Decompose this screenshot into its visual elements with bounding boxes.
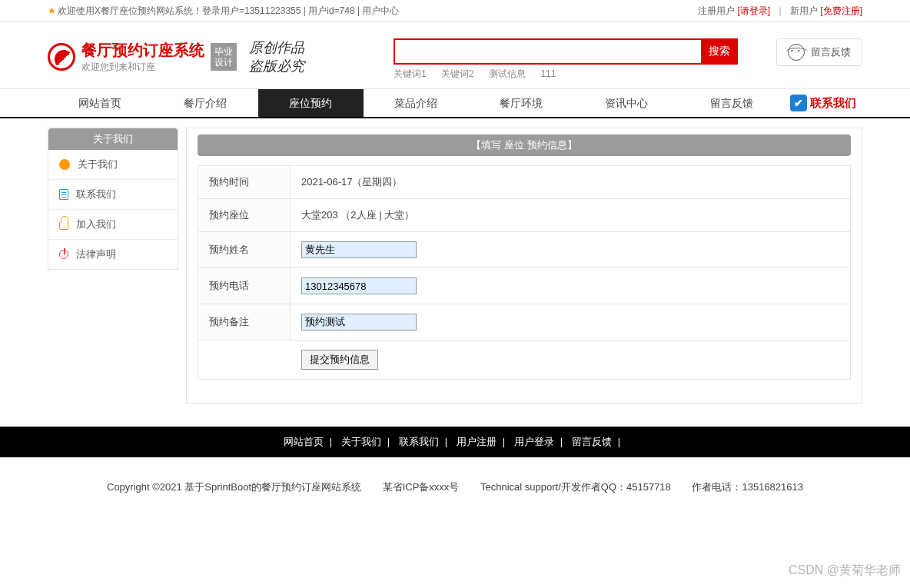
login-link[interactable]: [请登录]: [738, 5, 771, 16]
search-button[interactable]: 搜索: [701, 38, 738, 65]
topbar: ★欢迎使用X餐厅座位预约网站系统！登录用户=13511223355 | 用户id…: [0, 0, 910, 22]
power-icon: [59, 250, 68, 259]
nav-environment[interactable]: 餐厅环境: [468, 89, 573, 117]
submit-button[interactable]: 提交预约信息: [301, 350, 378, 370]
nav-about-restaurant[interactable]: 餐厅介绍: [153, 89, 258, 117]
face-icon: [788, 44, 805, 61]
sidebar-item-label: 法律声明: [76, 247, 116, 261]
topbar-right: 注册用户 [请登录] | 新用户 [免费注册]: [698, 0, 862, 22]
label-phone: 预约电话: [198, 268, 291, 304]
value-seat: 大堂203 （2人座 | 大堂）: [291, 199, 851, 232]
motto: 原创作品 盗版必究: [249, 38, 304, 75]
keyword-link[interactable]: 关键词1: [394, 68, 427, 79]
nav-seat-reservation[interactable]: 座位预约: [258, 89, 364, 117]
check-icon: ✔: [790, 95, 807, 111]
footer-link[interactable]: 关于我们: [341, 436, 381, 447]
nav-feedback[interactable]: 留言反馈: [679, 89, 784, 117]
nav-news[interactable]: 资讯中心: [573, 89, 679, 117]
input-phone[interactable]: [301, 277, 417, 294]
doc-icon: [59, 189, 68, 200]
sidebar: 关于我们 关于我们 联系我们 加入我们 法律声明: [48, 128, 178, 270]
keyword-link[interactable]: 关键词2: [441, 68, 474, 79]
main: 关于我们 关于我们 联系我们 加入我们 法律声明 【填写 座位 预约信息】 预约…: [48, 128, 862, 404]
header: 餐厅预约订座系统 欢迎您到来和订座 毕业 设计 原创作品 盗版必究 搜索 关键词…: [48, 22, 862, 88]
panel-title: 【填写 座位 预约信息】: [198, 135, 851, 156]
search-block: 搜索 关键词1 关键词2 测试信息 111: [394, 38, 738, 81]
keyword-link[interactable]: 测试信息: [489, 68, 526, 79]
footer-link[interactable]: 留言反馈: [572, 436, 612, 447]
input-name[interactable]: [301, 241, 417, 258]
search-input[interactable]: [394, 38, 701, 65]
keyword-link[interactable]: 111: [540, 68, 556, 79]
registered-label: 注册用户: [698, 5, 735, 16]
footer-nav: 网站首页| 关于我们| 联系我们| 用户注册| 用户登录| 留言反馈|: [0, 427, 910, 457]
site-subtitle: 欢迎您到来和订座: [81, 61, 204, 74]
label-remark: 预约备注: [198, 304, 291, 341]
row-time: 预约时间 2021-06-17（星期四）: [198, 166, 851, 199]
label-seat: 预约座位: [198, 199, 291, 232]
footer-link[interactable]: 网站首页: [284, 436, 324, 447]
sidebar-item-join[interactable]: 加入我们: [48, 209, 178, 239]
reservation-form: 预约时间 2021-06-17（星期四） 预约座位 大堂203 （2人座 | 大…: [198, 165, 851, 380]
sidebar-item-label: 加入我们: [76, 218, 116, 231]
sidebar-item-contact[interactable]: 联系我们: [48, 179, 178, 209]
footer-link[interactable]: 用户登录: [514, 436, 554, 447]
logo-block[interactable]: 餐厅预约订座系统 欢迎您到来和订座 毕业 设计 原创作品 盗版必究: [48, 38, 304, 75]
nav-dishes[interactable]: 菜品介绍: [364, 89, 469, 117]
sidebar-item-label: 关于我们: [78, 158, 118, 171]
star-icon: ★: [48, 5, 56, 16]
input-remark[interactable]: [301, 314, 417, 331]
sidebar-item-label: 联系我们: [76, 188, 116, 201]
footer-link[interactable]: 联系我们: [399, 436, 439, 447]
welcome-text[interactable]: 欢迎使用X餐厅座位预约网站系统！登录用户=13511223355 | 用户id=…: [58, 5, 399, 16]
nav-home[interactable]: 网站首页: [48, 89, 153, 117]
nav-contact-label: 联系我们: [810, 96, 856, 111]
sidebar-title: 关于我们: [48, 128, 178, 150]
row-submit: 提交预约信息: [198, 341, 851, 380]
lock-icon: [59, 222, 68, 230]
footer: 网站首页| 关于我们| 联系我们| 用户注册| 用户登录| 留言反馈| Copy…: [0, 427, 910, 525]
nav-contact[interactable]: ✔ 联系我们: [784, 89, 862, 117]
search-keywords: 关键词1 关键词2 测试信息 111: [394, 68, 738, 81]
sidebar-item-about[interactable]: 关于我们: [48, 150, 178, 179]
dot-icon: [59, 159, 70, 170]
label-name: 预约姓名: [198, 232, 291, 268]
content-panel: 【填写 座位 预约信息】 预约时间 2021-06-17（星期四） 预约座位 大…: [186, 128, 862, 404]
badge: 毕业 设计: [211, 43, 237, 71]
row-remark: 预约备注: [198, 304, 851, 341]
feedback-label: 留言反馈: [811, 45, 851, 59]
sidebar-item-legal[interactable]: 法律声明: [48, 239, 178, 269]
footer-link[interactable]: 用户注册: [457, 436, 497, 447]
nav-bar: 网站首页 餐厅介绍 座位预约 菜品介绍 餐厅环境 资讯中心 留言反馈 ✔ 联系我…: [0, 88, 910, 118]
topbar-welcome: ★欢迎使用X餐厅座位预约网站系统！登录用户=13511223355 | 用户id…: [48, 0, 399, 22]
register-link[interactable]: [免费注册]: [820, 5, 862, 16]
site-title: 餐厅预约订座系统: [81, 40, 204, 61]
logo-icon: [48, 43, 75, 71]
row-phone: 预约电话: [198, 268, 851, 304]
feedback-button[interactable]: 留言反馈: [776, 38, 862, 66]
new-user-label: 新用户: [790, 5, 818, 16]
footer-copyright: Copyright ©2021 基于SprintBoot的餐厅预约订座网站系统 …: [0, 457, 910, 525]
value-time: 2021-06-17（星期四）: [291, 166, 851, 199]
label-time: 预约时间: [198, 166, 291, 199]
row-name: 预约姓名: [198, 232, 851, 268]
row-seat: 预约座位 大堂203 （2人座 | 大堂）: [198, 199, 851, 232]
